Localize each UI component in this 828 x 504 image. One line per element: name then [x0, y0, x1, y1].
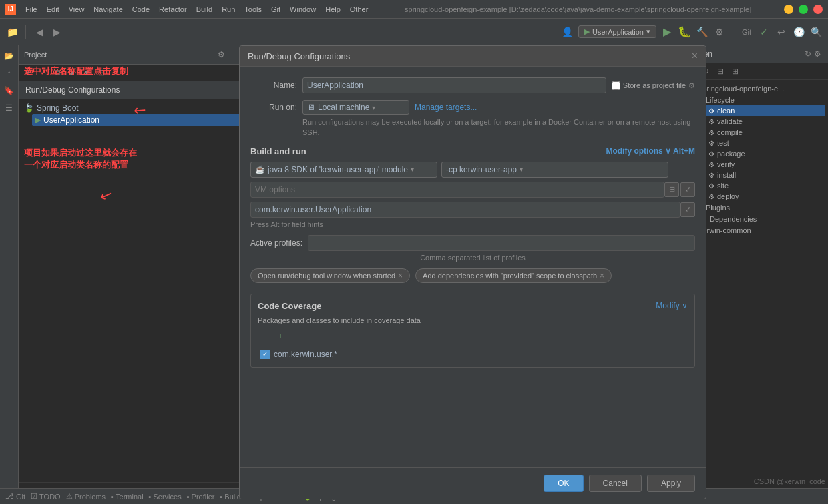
menu-navigate[interactable]: Navigate: [89, 4, 126, 15]
maven-refresh-icon[interactable]: ↻: [805, 49, 811, 59]
run-on-label: Run on:: [250, 103, 297, 112]
manage-targets-link[interactable]: Manage targets...: [415, 103, 477, 112]
menu-refactor[interactable]: Refactor: [155, 4, 191, 15]
ok-button[interactable]: OK: [544, 475, 583, 492]
maven-clean-label: clean: [717, 107, 735, 115]
tag-run-debug-window[interactable]: Open run/debug tool window when started …: [250, 268, 410, 283]
coverage-add-btn[interactable]: +: [274, 330, 287, 343]
side-bookmark-icon[interactable]: 🔖: [1, 83, 17, 99]
panel-move-up-btn[interactable]: ▲: [65, 66, 79, 79]
status-git[interactable]: ⎇ Git: [5, 492, 25, 501]
tag-close-1[interactable]: ×: [398, 271, 403, 280]
user-application-item[interactable]: ▶ UserApplication: [32, 114, 248, 126]
search-icon[interactable]: 🔍: [809, 25, 823, 39]
menu-build[interactable]: Build: [192, 4, 216, 15]
menu-other[interactable]: Other: [346, 4, 373, 15]
maven-install-item[interactable]: ⚙ install: [706, 170, 825, 180]
panel-copy-btn[interactable]: ⧉: [51, 66, 64, 79]
cp-module-select[interactable]: -cp kerwin-user-app ▾: [441, 162, 668, 178]
menu-bar[interactable]: File Edit View Navigate Code Refactor Bu…: [21, 4, 372, 15]
store-as-project-checkbox[interactable]: [612, 81, 620, 90]
vm-options-input[interactable]: [250, 182, 664, 198]
panel-remove-btn[interactable]: −: [36, 66, 49, 79]
side-commit-icon[interactable]: ↑: [1, 65, 17, 81]
maven-site-item[interactable]: ⚙ site: [706, 180, 825, 191]
tag-close-2[interactable]: ×: [600, 271, 604, 280]
coverage-item-checkbox[interactable]: ✓: [260, 350, 270, 359]
panel-filter-btn[interactable]: ⊟: [95, 66, 108, 79]
status-terminal[interactable]: ▪ Terminal: [111, 493, 143, 501]
maven-settings-icon[interactable]: ⚙: [814, 49, 821, 59]
undo-icon[interactable]: ↩: [775, 25, 788, 39]
modify-options-link[interactable]: Modify options ∨ Alt+M: [606, 146, 695, 156]
history-icon[interactable]: 🕐: [792, 25, 805, 39]
checkmark-icon[interactable]: ✓: [757, 25, 771, 39]
coverage-remove-btn[interactable]: −: [258, 330, 271, 343]
active-profiles-input[interactable]: [308, 235, 695, 251]
close-btn[interactable]: [813, 5, 823, 14]
menu-run[interactable]: Run: [218, 4, 239, 15]
status-problems[interactable]: ⚠ Problems: [66, 492, 106, 501]
maven-gear-icon-site: ⚙: [708, 182, 714, 190]
main-class-input[interactable]: [250, 202, 680, 218]
maven-collapse-btn[interactable]: ⊟: [714, 65, 727, 78]
run-configuration-selector[interactable]: ▶ UserApplication ▾: [578, 25, 656, 38]
maven-verify-item[interactable]: ⚙ verify: [706, 159, 825, 170]
minimize-btn[interactable]: [784, 5, 793, 14]
maven-validate-item[interactable]: ⚙ validate: [706, 116, 825, 127]
coverage-modify-link[interactable]: Modify ∨: [656, 301, 688, 310]
settings-icon[interactable]: ⚙: [712, 25, 726, 39]
forward-icon[interactable]: ▶: [50, 25, 63, 39]
maven-lifecycle-node[interactable]: ▶ Lifecycle: [695, 94, 825, 105]
menu-window[interactable]: Window: [286, 4, 320, 15]
menu-help[interactable]: Help: [321, 4, 345, 15]
maven-clean-item[interactable]: ⚙ clean: [706, 105, 825, 116]
run-on-select[interactable]: 🖥 Local machine ▾: [302, 100, 409, 115]
store-gear-icon[interactable]: ⚙: [688, 81, 695, 90]
name-input[interactable]: [302, 77, 606, 93]
back-icon[interactable]: ◀: [33, 25, 46, 39]
vm-expand-btn[interactable]: ⊟: [664, 182, 679, 197]
menu-view[interactable]: View: [65, 4, 89, 15]
panel-tool-gear[interactable]: ⚙: [214, 48, 228, 61]
status-todo[interactable]: ☑ TODO: [31, 492, 61, 501]
spring-boot-node[interactable]: 🍃 Spring Boot: [21, 102, 248, 114]
side-structure-icon[interactable]: ☰: [1, 100, 17, 116]
git-label[interactable]: Git: [740, 25, 753, 39]
menu-file[interactable]: File: [21, 4, 41, 15]
panel-move-down-btn[interactable]: ▼: [80, 66, 93, 79]
status-profiler[interactable]: ▪ Profiler: [187, 493, 215, 501]
maven-deploy-item[interactable]: ⚙ deploy: [706, 191, 825, 202]
folder-icon[interactable]: 📁: [5, 25, 19, 39]
menu-code[interactable]: Code: [128, 4, 154, 15]
cancel-button[interactable]: Cancel: [589, 475, 642, 492]
java-sdk-select[interactable]: ☕ java 8 SDK of 'kerwin-user-app' module…: [250, 162, 437, 178]
run-button[interactable]: ▶: [660, 25, 674, 39]
menu-tools[interactable]: Tools: [240, 4, 266, 15]
maven-compile-item[interactable]: ⚙ compile: [706, 127, 825, 138]
maven-expand-btn[interactable]: ⊞: [729, 65, 742, 78]
checkmark-icon: ✓: [262, 350, 268, 358]
maximize-btn[interactable]: [799, 5, 808, 14]
side-project-icon[interactable]: 📂: [1, 48, 17, 64]
maven-plugins-node[interactable]: ▶ Plugins: [695, 202, 825, 213]
status-services[interactable]: ▪ Services: [149, 493, 182, 501]
maven-dependencies-node[interactable]: 📦 Dependencies: [695, 213, 825, 224]
maven-package-item[interactable]: ⚙ package: [706, 148, 825, 159]
maven-gear-icon-install: ⚙: [708, 172, 714, 179]
build-icon[interactable]: 🔨: [695, 25, 708, 39]
menu-git[interactable]: Git: [267, 4, 284, 15]
vm-actions: ⊟ ⤢: [664, 182, 695, 197]
apply-button[interactable]: Apply: [647, 475, 695, 492]
menu-edit[interactable]: Edit: [43, 4, 63, 15]
tag-add-dependencies[interactable]: Add dependencies with "provided" scope t…: [415, 268, 612, 283]
tag-label-2: Add dependencies with "provided" scope t…: [423, 272, 597, 280]
user-icon[interactable]: 👤: [561, 25, 574, 39]
debug-button[interactable]: 🐛: [678, 25, 691, 39]
main-class-expand-btn[interactable]: ⤢: [680, 202, 695, 217]
status-build[interactable]: ▪ Build: [220, 493, 240, 501]
maven-test-item[interactable]: ⚙ test: [706, 138, 825, 148]
dialog-close-button[interactable]: ×: [692, 50, 698, 62]
panel-add-btn[interactable]: +: [21, 66, 35, 79]
vm-fullscreen-btn[interactable]: ⤢: [680, 182, 695, 197]
